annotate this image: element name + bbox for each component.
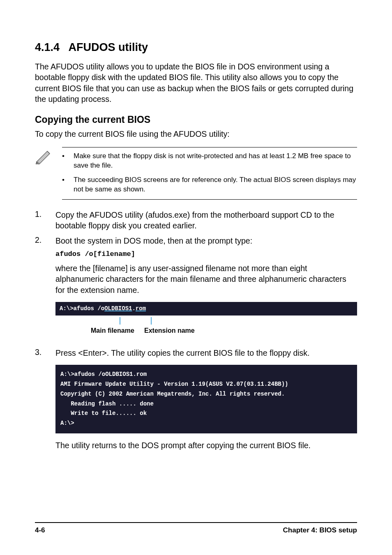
code-command: afudos /o[filename]: [55, 250, 357, 258]
pencil-icon: [35, 147, 54, 200]
terminal-output: A:\>afudos /oOLDBIOS1.rom: [55, 302, 357, 315]
step-number: 2.: [35, 235, 55, 246]
annotation-connector: [120, 317, 120, 325]
annotation-label-ext: Extension name: [144, 327, 195, 334]
terminal-dot: .: [132, 305, 135, 312]
note-content: • Make sure that the floppy disk is not …: [62, 147, 357, 200]
sub-heading: Copying the current BIOS: [35, 114, 357, 125]
chapter-label: Chapter 4: BIOS setup: [283, 526, 357, 534]
page-footer: 4-6 Chapter 4: BIOS setup: [35, 522, 357, 534]
step-row: 2. Boot the system in DOS mode, then at …: [35, 235, 357, 246]
note-bullet: • The succeeding BIOS screens are for re…: [62, 175, 357, 194]
intro-paragraph: The AFUDOS utility allows you to update …: [35, 61, 357, 104]
terminal-output: A:\>afudos /oOLDBIOS1.rom AMI Firmware U…: [55, 365, 357, 433]
step-indent: afudos /o[filename] where the [filename]…: [55, 250, 357, 295]
annotation-label-main: Main filename: [91, 327, 134, 334]
step-after-text: The utility returns to the DOS prompt af…: [55, 440, 357, 451]
page-number: 4-6: [35, 526, 45, 534]
step-indent: The utility returns to the DOS prompt af…: [55, 440, 357, 451]
filename-annotation: Main filename Extension name: [55, 317, 357, 342]
terminal-line: AMI Firmware Update Utility - Version 1.…: [60, 380, 352, 389]
step-row: 3. Press <Enter>. The utility copies the…: [35, 348, 357, 358]
note-bullet: • Make sure that the floppy disk is not …: [62, 152, 357, 170]
section-number: 4.1.4: [35, 41, 60, 53]
terminal-line: A:\>: [60, 419, 352, 428]
terminal-line: Reading flash ..... done: [60, 399, 352, 409]
step-text: Press <Enter>. The utility copies the cu…: [55, 348, 357, 358]
terminal-main-filename: OLDBIOS1: [104, 305, 132, 312]
step-text: Boot the system in DOS mode, then at the…: [55, 235, 357, 246]
step-number: 3.: [35, 348, 55, 358]
terminal-ext: rom: [136, 305, 146, 312]
note-text: Make sure that the floppy disk is not wr…: [74, 152, 357, 170]
annotation-connector: [151, 317, 152, 325]
bullet-icon: •: [62, 175, 66, 194]
bullet-icon: •: [62, 152, 66, 170]
section-title: AFUDOS utility: [69, 41, 148, 53]
step-number: 1.: [35, 210, 55, 231]
step-after-text: where the [filename] is any user-assigne…: [55, 263, 357, 295]
terminal-line-prefix: A:\>afudos /o: [60, 305, 104, 312]
sub-body: To copy the current BIOS file using the …: [35, 129, 357, 139]
section-heading: 4.1.4 AFUDOS utility: [35, 41, 357, 54]
terminal-line: A:\>afudos /oOLDBIOS1.rom: [60, 370, 352, 380]
step-row: 1. Copy the AFUDOS utility (afudos.exe) …: [35, 210, 357, 231]
note-box: • Make sure that the floppy disk is not …: [35, 147, 357, 200]
terminal-line: Write to file...... ok: [60, 409, 352, 419]
note-text: The succeeding BIOS screens are for refe…: [74, 175, 357, 194]
terminal-line: Copyright (C) 2002 American Megatrends, …: [60, 389, 352, 399]
step-text: Copy the AFUDOS utility (afudos.exe) fro…: [55, 210, 357, 231]
